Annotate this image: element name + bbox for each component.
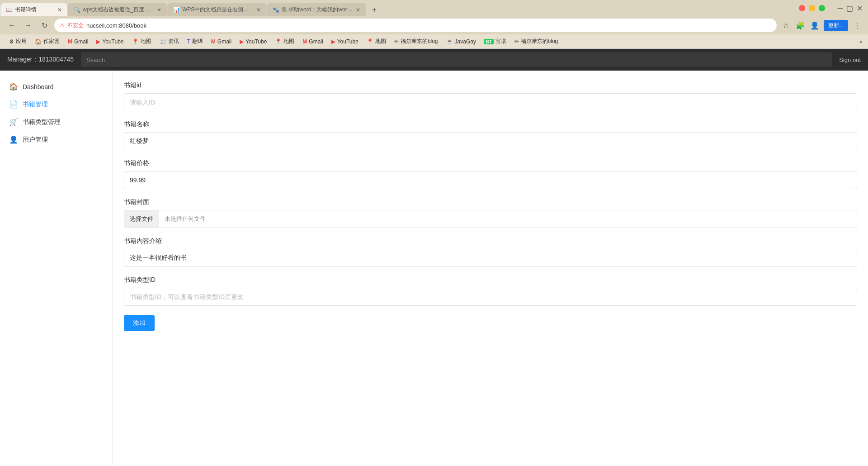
bookmark-gmail-1-label: Gmail	[74, 38, 88, 45]
bookmark-gmail-1[interactable]: M Gmail	[64, 37, 92, 46]
tab-favicon-1: 📖	[6, 7, 12, 13]
sidebar-item-user-management[interactable]: 👤 用户管理	[0, 131, 113, 148]
bookmarks-bar: ⚙ 应用 🏠 作家园 M Gmail ▶ YouTube 📍 地图 📰 资讯 T…	[0, 34, 868, 49]
tab-close-2[interactable]: ✕	[157, 7, 161, 13]
user-management-icon: 👤	[9, 135, 18, 144]
sidebar-item-user-management-label: 用户管理	[23, 136, 48, 144]
book-cover-label: 书籍封面	[124, 198, 857, 206]
security-icon: ⚠	[60, 22, 65, 29]
sign-out-button[interactable]: Sign out	[839, 57, 861, 63]
extensions-icon[interactable]: 🧩	[795, 20, 806, 31]
map-icon-2: 📍	[275, 38, 282, 45]
menu-icon[interactable]: ⋮	[852, 20, 863, 31]
close-window-button[interactable]	[799, 5, 805, 11]
refresh-button[interactable]: ↻	[38, 19, 51, 32]
sidebar-item-book-type-management[interactable]: 🛒 书籍类型管理	[0, 113, 113, 131]
bookmark-youtube-1[interactable]: ▶ YouTube	[93, 37, 127, 46]
fuluo-icon-2: ✏	[514, 38, 519, 45]
bookmark-apps[interactable]: ⚙ 应用	[5, 36, 30, 47]
bookmark-map-3-label: 地图	[375, 38, 386, 45]
bookmark-fuluo-1[interactable]: ✏ 福尔摩东的blog	[391, 36, 442, 47]
zuojia-icon: 🏠	[35, 38, 42, 45]
form-group-book-id: 书籍id	[124, 81, 857, 111]
minimize-window-button[interactable]	[809, 5, 815, 11]
tab-wps-doc[interactable]: 📊 WPS中的文档总是在右侧留下空... ✕	[167, 3, 267, 16]
choose-file-button[interactable]: 选择文件	[124, 210, 159, 228]
bookmark-youtube-2[interactable]: ▶ YouTube	[236, 37, 270, 46]
content-area: 书籍id 书籍名称 书籍价格 书籍封面 选择文件	[113, 71, 868, 466]
bookmark-translate-label: 翻译	[192, 38, 203, 45]
tab-close-4[interactable]: ✕	[356, 7, 360, 13]
map-icon-1: 📍	[132, 38, 139, 45]
close-btn[interactable]: ✕	[857, 4, 863, 13]
news-icon: 📰	[160, 38, 166, 45]
maximize-window-button[interactable]	[819, 5, 825, 11]
bookmark-youtube-2-label: YouTube	[245, 38, 267, 45]
bookmark-zuojia[interactable]: 🏠 作家园	[31, 36, 63, 47]
bookmark-map-2[interactable]: 📍 地图	[271, 36, 298, 47]
book-type-id-input[interactable]	[124, 288, 857, 306]
bookmark-zuojia-label: 作家园	[43, 38, 60, 45]
bookmarks-more-button[interactable]: »	[859, 38, 863, 45]
tab-close-1[interactable]: ✕	[57, 7, 62, 13]
bookmark-star-icon[interactable]: ☆	[780, 20, 791, 31]
book-price-label: 书籍价格	[124, 159, 857, 167]
translate-icon: T	[187, 38, 190, 45]
new-tab-button[interactable]: +	[368, 4, 381, 16]
tab-word-help[interactable]: 🐾 急 求助word：为啥我的word打... ✕	[267, 3, 366, 16]
bookmark-apps-label: 应用	[16, 38, 27, 45]
bookmark-youtube-3[interactable]: ▶ YouTube	[328, 37, 362, 46]
book-price-input[interactable]	[124, 171, 857, 189]
tabs-container: 📖 书籍详情 ✕ 🔍 wps文档右边被遮住_百度搜索 ✕ 📊 WPS中的文档总是…	[0, 0, 793, 16]
tab-close-3[interactable]: ✕	[256, 7, 261, 13]
bookmark-map-3[interactable]: 📍 地图	[363, 36, 390, 47]
bookmark-fuluo-2[interactable]: ✏ 福尔摩东的blog	[511, 36, 562, 47]
file-name-text: 未选择任何文件	[159, 215, 211, 223]
sidebar-item-dashboard[interactable]: 🏠 Dashboard	[0, 78, 113, 95]
bookmark-translate[interactable]: T 翻译	[184, 36, 207, 47]
form-group-book-cover: 书籍封面 选择文件 未选择任何文件	[124, 198, 857, 228]
bookmark-gmail-2[interactable]: M Gmail	[208, 37, 235, 46]
sidebar-item-book-management[interactable]: 📄 书籍管理	[0, 95, 113, 113]
tab-book-detail[interactable]: 📖 书籍详情 ✕	[0, 3, 68, 16]
bookmark-youtube-3-label: YouTube	[337, 38, 359, 45]
submit-add-button[interactable]: 添加	[124, 315, 155, 331]
tab-wps-search[interactable]: 🔍 wps文档右边被遮住_百度搜索 ✕	[68, 3, 167, 16]
book-name-label: 书籍名称	[124, 120, 857, 128]
book-type-id-label: 书籍类型ID	[124, 276, 857, 284]
bookmark-fuluo-2-label: 福尔摩东的blog	[521, 38, 558, 45]
minimize-btn[interactable]: ─	[838, 4, 843, 12]
map-icon-3: 📍	[367, 38, 373, 45]
form-group-book-price: 书籍价格	[124, 159, 857, 189]
bookmark-gmail-3[interactable]: M Gmail	[299, 37, 326, 46]
bookmark-javagay[interactable]: ☕ JavaGay	[443, 37, 480, 46]
form-group-book-name: 书籍名称	[124, 120, 857, 150]
book-management-icon: 📄	[9, 100, 18, 109]
file-input-wrapper: 选择文件 未选择任何文件	[124, 210, 857, 228]
bookmark-gmail-3-label: Gmail	[309, 38, 323, 45]
forward-button[interactable]: →	[22, 19, 34, 32]
search-input[interactable]	[81, 52, 832, 67]
bookmark-news[interactable]: 📰 资讯	[156, 36, 183, 47]
book-id-input[interactable]	[124, 93, 857, 111]
book-intro-label: 书籍内容介绍	[124, 237, 857, 245]
bookmark-news-label: 资讯	[168, 38, 179, 45]
url-text: nucsell.com:8080/book	[86, 22, 146, 29]
address-icons: ☆ 🧩 👤 更新... ⋮	[780, 20, 863, 31]
back-button[interactable]: ←	[5, 19, 18, 32]
bookmark-map-1[interactable]: 📍 地图	[128, 36, 155, 47]
manager-title: Manager：1813004745	[7, 56, 74, 64]
app-area: Manager：1813004745 Sign out 🏠 Dashboard …	[0, 49, 868, 466]
tab-title-3: WPS中的文档总是在右侧留下空...	[182, 6, 254, 14]
restore-btn[interactable]: ▢	[846, 4, 853, 13]
security-label: 不安全	[67, 22, 84, 29]
book-intro-input[interactable]	[124, 249, 857, 267]
url-bar[interactable]: ⚠ 不安全 nucsell.com:8080/book	[54, 19, 777, 32]
book-name-input[interactable]	[124, 132, 857, 150]
bookmark-baota[interactable]: BT 宝塔	[481, 36, 510, 47]
youtube-icon-3: ▶	[331, 38, 335, 45]
tab-favicon-2: 🔍	[74, 7, 80, 13]
update-button[interactable]: 更新...	[824, 20, 848, 31]
sidebar: 🏠 Dashboard 📄 书籍管理 🛒 书籍类型管理 👤 用户管理	[0, 71, 113, 466]
account-icon[interactable]: 👤	[809, 20, 820, 31]
